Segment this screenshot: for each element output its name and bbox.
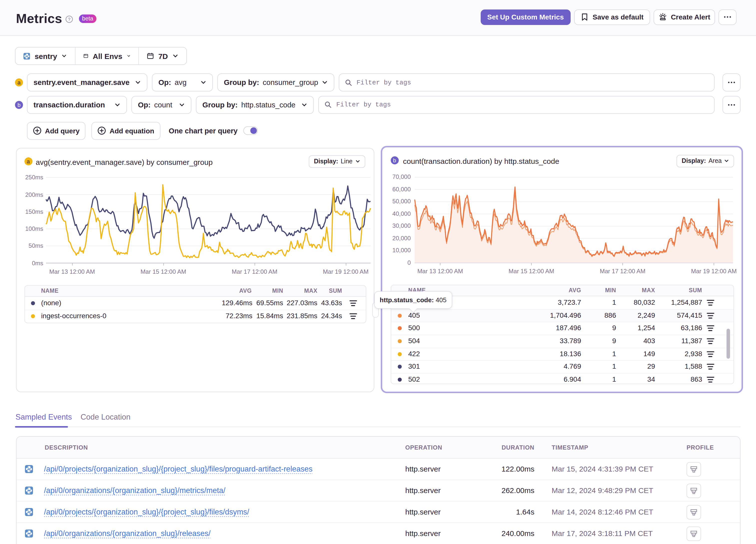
svg-text:?: ?: [68, 16, 70, 21]
